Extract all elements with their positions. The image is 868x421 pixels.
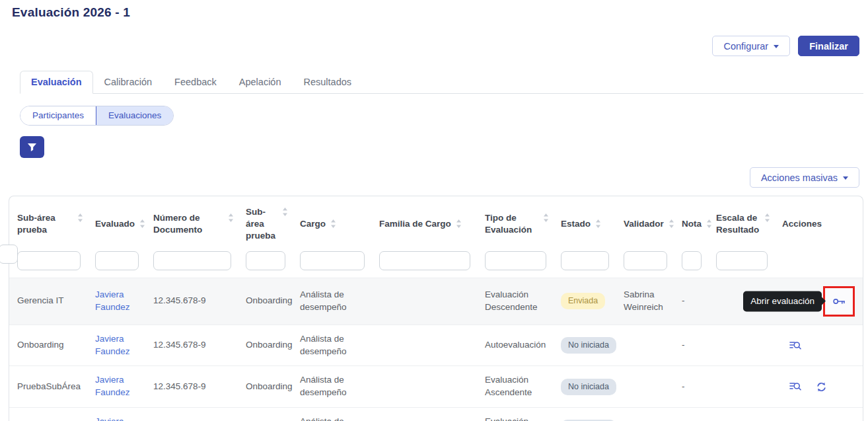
cell-validador — [616, 325, 674, 366]
sort-icon[interactable] — [669, 219, 674, 229]
column-header-estado[interactable]: Estado — [553, 196, 616, 251]
table-row: Onboarding Javiera Faundez 12.345.678-9 … — [9, 325, 863, 366]
cell-escala-de-resultado — [708, 408, 774, 421]
view-toggle: Participantes Evaluaciones — [20, 106, 174, 126]
column-header-escala-de-resultado[interactable]: Escala de Resultado — [708, 196, 774, 251]
column-header-nota[interactable]: Nota — [674, 196, 708, 251]
finalize-button[interactable]: Finalizar — [798, 36, 859, 56]
column-header-sub-area-prueba-2[interactable]: Sub-área prueba — [238, 196, 292, 251]
list-search-icon — [789, 339, 802, 352]
column-header-tipo-de-evaluacion[interactable]: Tipo de Evaluación — [477, 196, 553, 251]
sort-icon[interactable] — [282, 207, 288, 217]
cell-familia-de-cargo — [371, 325, 477, 366]
configure-button[interactable]: Configurar — [712, 36, 790, 56]
cell-validador — [616, 366, 674, 408]
tooltip-abrir-evaluacion: Abrir evaluación — [743, 291, 822, 311]
tab-apelacion[interactable]: Apelación — [228, 71, 293, 94]
column-header-validador[interactable]: Validador — [616, 196, 674, 251]
filter-input-sub-area-prueba[interactable] — [17, 251, 81, 270]
cell-familia-de-cargo — [371, 408, 477, 421]
column-header-numero-documento[interactable]: Número de Documento — [145, 196, 238, 251]
cell-cargo: Análista de desempeño — [292, 408, 371, 421]
table-filter-row — [9, 251, 863, 278]
filter-input-estado[interactable] — [561, 251, 609, 270]
cell-tipo-de-evaluacion: Evaluación Descendente — [477, 278, 553, 325]
view-evaluation-button[interactable] — [787, 338, 803, 354]
evaluado-link[interactable]: Javiera Faundez — [95, 416, 130, 421]
filter-input-sub-area-prueba-2[interactable] — [246, 251, 285, 270]
evaluado-link[interactable]: Javiera Faundez — [95, 375, 130, 397]
cell-sub-area-prueba: PruebaSubÁrea — [9, 366, 87, 408]
column-label: Cargo — [300, 218, 326, 230]
view-evaluation-button[interactable] — [787, 379, 803, 395]
filter-input-familia-de-cargo[interactable] — [379, 251, 470, 270]
sort-icon[interactable] — [456, 219, 462, 229]
annotation-highlight-box — [823, 286, 855, 317]
configure-button-label: Configurar — [723, 41, 768, 52]
sort-icon[interactable] — [139, 219, 145, 229]
column-label: Nota — [682, 218, 702, 230]
list-search-icon — [789, 380, 802, 393]
evaluado-link[interactable]: Javiera Faundez — [95, 334, 130, 356]
sort-icon[interactable] — [595, 219, 601, 229]
evaluado-link[interactable]: Javiera Faundez — [95, 289, 130, 312]
cell-cargo: Análista de desempeño — [292, 278, 371, 325]
tab-evaluacion[interactable]: Evaluación — [20, 71, 93, 94]
sort-icon[interactable] — [77, 213, 83, 223]
cell-validador: Sabrina Weinreich — [616, 278, 674, 325]
cell-tipo-de-evaluacion: Evaluación Ascendente — [477, 366, 553, 408]
cell-cargo: Análista de desempeño — [292, 366, 371, 408]
filter-input-tipo-de-evaluacion[interactable] — [485, 251, 546, 270]
filter-input-evaluado[interactable] — [95, 251, 139, 270]
bulk-actions-label: Acciones masivas — [761, 172, 838, 183]
filter-button[interactable] — [20, 136, 44, 158]
cell-nota: - — [674, 366, 708, 408]
sort-icon[interactable] — [543, 213, 549, 223]
filter-input-validador[interactable] — [624, 251, 667, 270]
column-label: Sub-área prueba — [17, 212, 73, 236]
table-row: PruebaSubÁrea Javiera Faundez 12.345.678… — [9, 366, 863, 408]
tab-feedback[interactable]: Feedback — [163, 71, 228, 94]
refresh-icon — [815, 381, 828, 393]
filter-input-escala-de-resultado[interactable] — [716, 251, 768, 270]
toggle-evaluaciones[interactable]: Evaluaciones — [96, 106, 173, 125]
cell-numero-documento: 12.345.678-9 — [145, 278, 238, 325]
filter-input-numero-documento[interactable] — [153, 251, 231, 270]
column-header-acciones: Acciones — [774, 196, 863, 251]
column-label: Sub-área prueba — [246, 206, 277, 243]
sort-icon[interactable] — [706, 219, 712, 229]
cell-nota: - — [674, 408, 708, 421]
sort-icon[interactable] — [764, 213, 770, 223]
column-header-evaluado[interactable]: Evaluado — [87, 196, 145, 251]
tab-calibracion[interactable]: Calibración — [93, 71, 164, 94]
cell-tipo-de-evaluacion: Evaluación Paralela — [477, 408, 553, 421]
tab-resultados[interactable]: Resultados — [292, 71, 363, 94]
column-header-cargo[interactable]: Cargo — [292, 196, 371, 251]
page-title: Evaluación 2026 - 1 — [12, 5, 868, 20]
chevron-down-icon — [843, 176, 848, 180]
column-header-sub-area-prueba[interactable]: Sub-área prueba — [9, 196, 87, 251]
cell-numero-documento: 12.345.678-9 — [145, 325, 238, 366]
bulk-actions-row: Acciones masivas — [0, 167, 859, 188]
sort-icon[interactable] — [228, 213, 234, 223]
toggle-participantes[interactable]: Participantes — [20, 106, 96, 125]
filter-input-cargo[interactable] — [300, 251, 365, 270]
column-header-familia-de-cargo[interactable]: Familia de Cargo — [371, 196, 477, 251]
reset-evaluation-button[interactable] — [814, 379, 829, 395]
open-evaluation-button[interactable] — [830, 293, 848, 310]
filter-input-clipped[interactable] — [0, 245, 18, 264]
cell-familia-de-cargo — [371, 278, 477, 325]
status-badge: No iniciada — [561, 379, 616, 396]
cell-sub-area-prueba-2: Onboarding — [238, 278, 292, 325]
cell-validador — [616, 408, 674, 421]
table-row: Gerencia IT Javiera Faundez 12.345.678-9… — [9, 278, 863, 325]
cell-cargo: Análista de desempeño — [292, 325, 371, 366]
chevron-down-icon — [774, 45, 779, 48]
filter-input-nota[interactable] — [682, 251, 702, 270]
key-icon — [832, 294, 846, 309]
cell-escala-de-resultado — [708, 366, 774, 408]
tooltip-text: Abrir evaluación — [750, 295, 814, 305]
sort-icon[interactable] — [330, 219, 336, 229]
bulk-actions-button[interactable]: Acciones masivas — [750, 167, 859, 188]
cell-sub-area-prueba-2: Onboarding — [238, 325, 292, 366]
